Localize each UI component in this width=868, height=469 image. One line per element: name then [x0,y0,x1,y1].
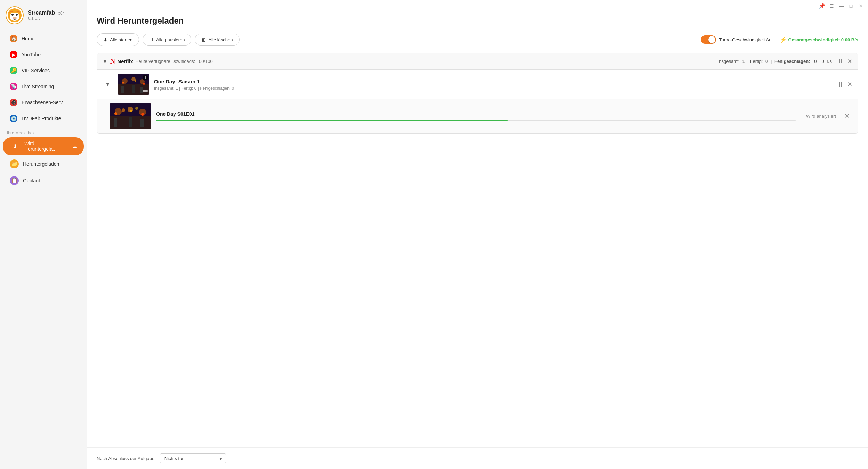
bottom-bar: Nach Abschluss der Aufgabe: Nichts tun C… [87,447,868,469]
show-thumbnail: 1 [118,74,149,95]
toggle-knob [708,36,715,43]
library-item-planned[interactable]: 📋 Geplant [3,173,84,189]
sidebar-label-home: Home [22,36,34,41]
pin-button[interactable]: 📌 [819,3,825,9]
speed-label: ⚡ Gesamtgeschwindigkeit 0.00 B/s [780,36,858,43]
task-completion-select[interactable]: Nichts tun Computer herunterfahren Schla… [160,453,226,463]
library-item-downloading[interactable]: ⬇ Wird Heruntergela... ☁ [3,137,84,155]
stats-failed-label: Fehlgeschlagen: [774,59,810,64]
service-pause-button[interactable]: ⏸ [837,58,844,65]
sidebar-label-vip: VIP-Services [22,68,50,73]
library-section-label: Ihre Mediathek [0,126,87,137]
delete-all-button[interactable]: 🗑 Alle löschen [195,34,239,46]
stats-speed: 0 B/s [821,59,832,64]
sidebar-item-live[interactable]: 📡 Live Streaming [3,79,84,94]
home-icon: 🏠 [10,35,17,42]
sidebar-item-vip[interactable]: 🔑 VIP-Services [3,63,84,78]
sidebar-item-dvd[interactable]: 💿 DVDFab Produkte [3,111,84,126]
service-subtitle: Heute verfügbare Downloads: 100/100 [135,59,213,64]
service-controls: ⏸ ✕ [837,58,852,65]
bottom-label: Nach Abschluss der Aufgabe: [97,456,156,461]
show-title: One Day: Saison 1 [154,79,234,84]
close-button[interactable]: ✕ [858,3,864,9]
start-all-label: Alle starten [110,37,132,42]
service-name: Netflix [117,58,133,64]
download-start-icon: ⬇ [103,36,108,43]
sidebar-label-dvd: DVDFab Produkte [22,116,61,121]
app-version: 6.1.6.3 [28,16,65,21]
logo-icon [7,8,22,23]
svg-point-17 [143,83,145,85]
menu-button[interactable]: ☰ [828,3,835,9]
show-stats: Insgesamt: 1 | Fertig: 0 | Fehlgeschlage… [154,86,234,91]
live-icon: 📡 [10,83,17,90]
show-collapse-button[interactable]: ▼ [105,82,110,87]
task-completion-select-wrapper: Nichts tun Computer herunterfahren Schla… [160,453,226,463]
sidebar-item-youtube[interactable]: ▶ YouTube [3,47,84,62]
svg-rect-13 [132,85,135,93]
library-label-planned: Geplant [23,178,40,183]
stats-failed: 0 [814,59,817,64]
svg-rect-25 [140,119,144,127]
stats-separator-1: | Fertig: [746,59,764,64]
delete-all-label: Alle löschen [208,37,233,42]
episode-thumbnail [110,103,151,129]
pause-all-button[interactable]: ⏸ Alle pausieren [143,34,191,46]
episode-close-button[interactable]: ✕ [844,112,850,120]
app-name: Streamfab x64 [28,10,65,16]
thumb-lines [143,90,148,93]
folder-icon: 📁 [10,159,19,168]
content-area: Wird Heruntergeladen ⬇ Alle starten ⏸ Al… [87,9,868,447]
cloud-badge: ☁ [72,144,77,149]
svg-point-4 [11,14,14,16]
planned-icon: 📋 [10,176,19,185]
minimize-button[interactable]: — [838,3,844,9]
show-right: ⏸ ✕ [837,81,852,88]
episode-progress-fill [156,120,508,121]
svg-point-28 [141,113,144,116]
stats-done: 0 [765,59,768,64]
youtube-icon: ▶ [10,51,17,58]
episode-progress-bar [156,120,796,121]
show-close-button[interactable]: ✕ [847,81,852,88]
collapse-button[interactable]: ▼ [103,59,107,64]
svg-point-5 [16,14,18,16]
titlebar: 📌 ☰ — □ ✕ [87,0,868,9]
show-pause-button[interactable]: ⏸ [837,81,844,88]
show-row: ▼ [97,70,858,133]
service-close-button[interactable]: ✕ [847,58,852,65]
main-content: 📌 ☰ — □ ✕ Wird Heruntergeladen ⬇ Alle st… [87,0,868,469]
start-all-button[interactable]: ⬇ Alle starten [97,33,139,46]
page-title: Wird Heruntergeladen [97,16,858,26]
svg-point-30 [135,107,138,110]
ep-thumb-svg [110,103,151,129]
svg-point-29 [122,108,125,112]
logo-area: Streamfab x64 6.1.6.3 [0,0,87,31]
turbo-toggle[interactable] [701,35,716,44]
app-logo [6,6,24,24]
episode-status: Wird analysiert [806,114,836,119]
maximize-button[interactable]: □ [848,3,854,9]
app-version-tag: x64 [58,11,65,16]
stats-total: 1 [742,59,745,64]
svg-point-15 [122,82,124,84]
sidebar-item-home[interactable]: 🏠 Home [3,31,84,46]
logo-text: Streamfab x64 6.1.6.3 [28,10,65,21]
sidebar-item-adult[interactable]: 🔞 Erwachsenen-Serv... [3,95,84,110]
episode-info: One Day S01E01 [156,111,796,121]
speed-value: Gesamtgeschwindigkeit 0.00 B/s [788,37,858,42]
app-name-text: Streamfab [28,10,55,16]
svg-point-16 [135,80,136,82]
sidebar-label-adult: Erwachsenen-Serv... [22,100,66,105]
service-header: ▼ N Netflix Heute verfügbare Downloads: … [97,53,858,70]
show-header: ▼ [97,70,858,99]
netflix-section: ▼ N Netflix Heute verfügbare Downloads: … [97,53,858,134]
library-item-downloaded[interactable]: 📁 Heruntergeladen [3,156,84,172]
download-icon: ⬇ [10,141,20,151]
vip-icon: 🔑 [10,67,17,74]
turbo-label: Turbo-Geschwindigkeit An [719,37,771,42]
stats-label-total: Insgesamt: [718,59,741,64]
episode-row: One Day S01E01 Wird analysiert ✕ [97,99,858,133]
stats-separator-3 [812,59,813,64]
service-stats: Insgesamt: 1 | Fertig: 0 | Fehlgeschlage… [718,59,832,64]
